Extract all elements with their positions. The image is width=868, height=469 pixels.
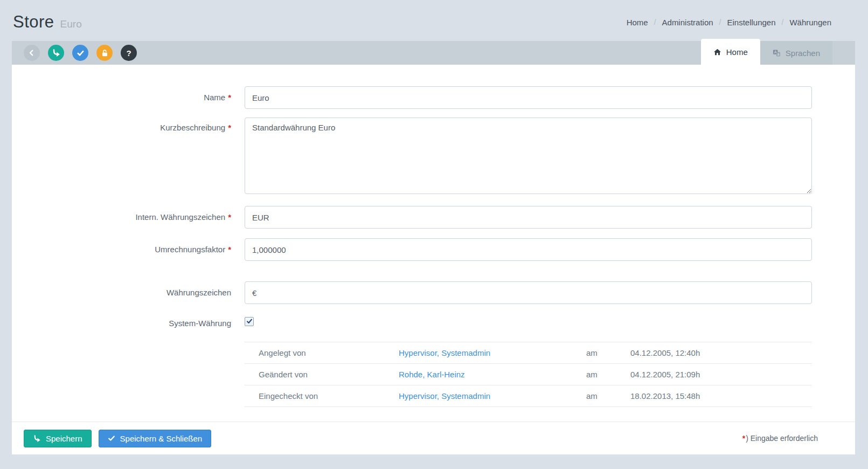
speichern-schliessen-button[interactable]: Speichern & Schließen	[99, 430, 212, 447]
checkmark-icon	[246, 317, 253, 327]
save-arrow-icon	[52, 49, 60, 57]
audit-prep: am	[586, 370, 630, 379]
conversion-factor-label: Umrechnungsfaktor*	[24, 238, 231, 261]
unlock-button[interactable]	[96, 45, 113, 61]
breadcrumb-separator: /	[782, 18, 784, 26]
audit-label: Eingecheckt von	[245, 391, 399, 401]
name-field[interactable]	[245, 86, 812, 109]
required-note: *) Eingabe erforderlich	[742, 434, 818, 443]
content-card: ? Home Aa Sprachen Na	[12, 41, 855, 454]
check-icon	[77, 49, 85, 57]
description-field[interactable]: Standardwährung Euro	[245, 118, 812, 194]
breadcrumb-item-administration[interactable]: Administration	[662, 18, 713, 27]
audit-date: 04.12.2005, 12:40h	[630, 348, 812, 357]
save-button[interactable]	[48, 45, 64, 61]
page-header: Store Euro Home / Administration / Einst…	[0, 0, 868, 41]
intl-currency-code-field[interactable]	[245, 206, 812, 229]
required-asterisk: *	[228, 93, 231, 102]
page-subtitle: Euro	[60, 18, 82, 30]
page-title: Store	[13, 12, 54, 32]
tab-bar: Home Aa Sprachen	[701, 39, 832, 65]
table-row: Geändert von Rohde, Karl-Heinz am 04.12.…	[245, 364, 812, 385]
field-row-conversion-factor: Umrechnungsfaktor*	[24, 238, 812, 261]
description-label: Kurzbeschreibung*	[24, 118, 231, 196]
audit-table: Angelegt von Hypervisor, Systemadmin am …	[245, 342, 812, 407]
speichern-button-label: Speichern	[46, 434, 82, 443]
field-row-intl-currency-code: Intern. Währungszeichen*	[24, 206, 812, 229]
svg-text:a: a	[777, 52, 779, 56]
toolbar: ? Home Aa Sprachen	[12, 41, 855, 65]
conversion-factor-field[interactable]	[245, 238, 812, 261]
field-row-name: Name*	[24, 86, 812, 109]
audit-label: Angelegt von	[245, 348, 399, 357]
audit-date: 18.02.2013, 15:48h	[630, 391, 812, 401]
home-icon	[713, 48, 721, 56]
page: Store Euro Home / Administration / Einst…	[0, 0, 868, 469]
breadcrumb-item-einstellungen[interactable]: Einstellungen	[727, 18, 775, 27]
chevron-left-icon	[28, 49, 36, 57]
question-icon: ?	[126, 49, 131, 58]
breadcrumb-item-waehrungen[interactable]: Währungen	[789, 18, 831, 27]
breadcrumb: Home / Administration / Einstellungen / …	[627, 18, 831, 27]
breadcrumb-separator: /	[719, 18, 721, 26]
speichern-button[interactable]: Speichern	[24, 430, 92, 447]
tab-sprachen[interactable]: Aa Sprachen	[760, 41, 832, 65]
field-row-system-currency: System-Währung	[24, 317, 812, 329]
audit-user-link[interactable]: Rohde, Karl-Heinz	[399, 370, 465, 379]
required-asterisk: *	[228, 245, 231, 254]
table-row: Eingecheckt von Hypervisor, Systemadmin …	[245, 385, 812, 407]
field-row-currency-symbol: Währungszeichen	[24, 281, 812, 304]
audit-date: 04.12.2005, 21:09h	[630, 370, 812, 379]
language-icon: Aa	[773, 49, 781, 57]
audit-user-link[interactable]: Hypervisor, Systemadmin	[399, 348, 490, 357]
required-asterisk: *	[228, 212, 231, 222]
save-arrow-icon	[33, 434, 41, 443]
check-icon	[108, 434, 115, 442]
name-label: Name*	[24, 86, 231, 109]
unlock-icon	[101, 49, 109, 57]
tab-home[interactable]: Home	[701, 39, 760, 65]
audit-label: Geändert von	[245, 370, 399, 379]
footer-buttons: Speichern Speichern & Schließen	[24, 430, 211, 447]
back-button[interactable]	[24, 45, 40, 61]
field-row-description: Kurzbeschreibung* Standardwährung Euro	[24, 118, 812, 196]
breadcrumb-separator: /	[654, 18, 656, 26]
required-asterisk: *	[228, 123, 231, 132]
form-footer: Speichern Speichern & Schließen *) Einga…	[12, 422, 855, 454]
audit-prep: am	[586, 348, 630, 357]
speichern-schliessen-button-label: Speichern & Schließen	[120, 434, 203, 443]
help-button[interactable]: ?	[121, 45, 137, 61]
save-close-button[interactable]	[72, 45, 88, 61]
currency-symbol-label: Währungszeichen	[24, 281, 231, 304]
title-wrap: Store Euro	[13, 12, 82, 32]
breadcrumb-item-home[interactable]: Home	[627, 18, 648, 27]
required-asterisk: *	[742, 434, 745, 443]
audit-prep: am	[586, 391, 630, 401]
tab-home-label: Home	[726, 47, 748, 57]
audit-user-link[interactable]: Hypervisor, Systemadmin	[399, 391, 490, 401]
currency-symbol-field[interactable]	[245, 281, 812, 304]
table-row: Angelegt von Hypervisor, Systemadmin am …	[245, 342, 812, 364]
system-currency-checkbox[interactable]	[245, 317, 254, 326]
system-currency-label: System-Währung	[24, 317, 231, 329]
tab-sprachen-label: Sprachen	[786, 49, 820, 58]
intl-currency-code-label: Intern. Währungszeichen*	[24, 206, 231, 229]
form-body: Name* Kurzbeschreibung* Standardwährung …	[12, 65, 855, 422]
